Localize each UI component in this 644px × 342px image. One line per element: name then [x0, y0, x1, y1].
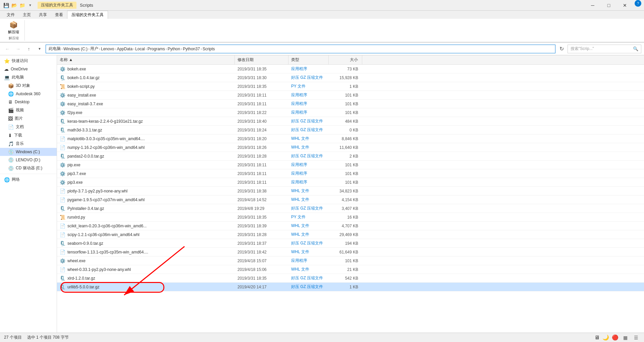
table-row[interactable]: 📄matplotlib-3.0.3-cp35-cp35m-win_amd64..… — [57, 134, 644, 143]
search-icon[interactable]: 🔍 — [633, 46, 638, 51]
pictures-icon: 🖼 — [8, 116, 13, 121]
window-controls: ─ □ ✕ ? — [585, 0, 641, 11]
table-row[interactable]: 📜bokeh-script.py 2019/3/31 18:35 PY 文件 1… — [57, 82, 644, 91]
sidebar-item-cd-drive[interactable]: 💿 CD 驱动器 (E:) — [0, 164, 57, 172]
sidebar-item-documents[interactable]: 📄 文档 — [0, 123, 57, 131]
up-button[interactable]: ↑ — [24, 44, 34, 54]
path-python[interactable]: Python — [168, 47, 180, 51]
path-computer[interactable]: 此电脑 — [49, 46, 61, 52]
table-row[interactable]: 📄scipy-1.2.1-cp36-cp36m-win_amd64.whl 20… — [57, 230, 644, 239]
sidebar-item-video[interactable]: 🎬 视频 — [0, 106, 57, 114]
gz-icon: 🗜️ — [60, 154, 65, 159]
col-header-type[interactable]: 类型 — [288, 55, 329, 64]
path-appdata[interactable]: AppData — [117, 47, 132, 51]
large-icons-button[interactable]: ▦ — [621, 334, 629, 342]
table-row[interactable]: 🗜️PyInstaller-3.4.tar.gz 2019/4/8 19:29 … — [57, 204, 644, 213]
sidebar-item-desktop[interactable]: 🖥 Desktop — [0, 98, 57, 106]
table-row[interactable]: ⚙️easy_install-3.7.exe 2019/3/31 18:11 应… — [57, 100, 644, 108]
table-row[interactable]: ⚙️bokeh.exe 2019/3/31 18:35 应用程序 73 KB — [57, 65, 644, 73]
table-row[interactable]: 🗜️bokeh-1.0.4.tar.gz 2019/3/31 18:30 好压 … — [57, 73, 644, 82]
ribbon-content: 📦 解压缩 解压缩 — [0, 19, 644, 42]
path-drive[interactable]: Windows (C:) — [63, 47, 88, 51]
table-row[interactable]: ⚙️pip.exe 2019/3/31 18:11 应用程序 101 KB — [57, 161, 644, 169]
sidebar-label-desktop: Desktop — [15, 100, 30, 104]
path-local[interactable]: Local — [135, 47, 145, 51]
refresh-button[interactable]: ↻ — [557, 44, 566, 54]
gz-icon: 🗜️ — [60, 276, 65, 281]
table-row[interactable]: 📄wheel-0.33.1-py2.py3-none-any.whl 2019/… — [57, 265, 644, 274]
sidebar-label-network: 网络 — [12, 177, 20, 182]
sidebar-divider — [0, 174, 57, 174]
selected-info: 选中 1 个项目 708 字节 — [27, 335, 69, 340]
table-row[interactable]: ⚙️pip3.7.exe 2019/3/31 18:11 应用程序 101 KB — [57, 169, 644, 178]
path-python37[interactable]: Python37 — [183, 47, 200, 51]
table-row[interactable]: 📄tensorflow-1.13.1-cp35-cp35m-win_amd64.… — [57, 248, 644, 256]
table-row[interactable]: 📄scikit_learn-0.20.3-cp36-cp36m-win_amd6… — [57, 222, 644, 230]
recent-locations-button[interactable]: ▼ — [35, 44, 44, 54]
table-row[interactable]: 🗜️seaborn-0.9.0.tar.gz 2019/3/31 18:37 好… — [57, 239, 644, 248]
sidebar-item-music[interactable]: 🎵 音乐 — [0, 139, 57, 148]
exe-icon: ⚙️ — [60, 180, 65, 185]
table-row[interactable]: 📄numpy-1.16.2-cp36-cp36m-win_amd64.whl 2… — [57, 143, 644, 152]
address-path[interactable]: 此电脑 › Windows (C:) › 用户 › Lenovo › AppDa… — [46, 45, 555, 53]
ribbon-tabs: 文件 主页 共享 查看 压缩的文件夹工具 — [0, 11, 644, 19]
help-button[interactable]: ? — [635, 0, 641, 7]
cloud-icon: ☁ — [4, 66, 9, 72]
file-list-header: 名称 ▲ 修改日期 类型 大小 — [57, 55, 644, 65]
open-icon: 📂 — [11, 2, 17, 9]
sidebar-item-onedrive[interactable]: ☁ OneDrive — [0, 65, 57, 73]
sidebar-label-cd-drive: CD 驱动器 (E:) — [16, 165, 42, 171]
table-row[interactable]: 📄plotly-3.7.1-py2.py3-none-any.whl 2019/… — [57, 187, 644, 195]
table-row[interactable]: ⚙️pip3.exe 2019/3/31 18:11 应用程序 101 KB — [57, 178, 644, 187]
minimize-button[interactable]: ─ — [585, 0, 600, 11]
sidebar-item-pictures[interactable]: 🖼 图片 — [0, 114, 57, 123]
whl-icon: 📄 — [60, 136, 65, 141]
table-row[interactable]: 🗜️keras-team-keras-2.2.4-0-g1931e21.tar.… — [57, 117, 644, 126]
table-row[interactable]: ⚙️wheel.exe 2019/4/18 15:07 应用程序 101 KB — [57, 256, 644, 265]
table-row[interactable]: 📜runxlrd.py 2019/3/31 18:35 PY 文件 16 KB — [57, 213, 644, 222]
col-header-date[interactable]: 修改日期 — [235, 55, 288, 64]
table-row[interactable]: 📄pygame-1.9.5-cp37-cp37m-win_amd64.whl 2… — [57, 195, 644, 204]
table-row[interactable]: 🗜️xlrd-1.2.0.tar.gz 2019/3/31 18:35 好压 G… — [57, 274, 644, 283]
tray-icon-1: 🖥 — [594, 335, 600, 341]
sidebar-item-downloads[interactable]: ⬇ 下载 — [0, 131, 57, 139]
tab-home[interactable]: 主页 — [19, 11, 35, 19]
table-row-urllib5[interactable]: 🗜️ urllib5-5.0.0.tar.gz 2019/4/20 14:17 … — [57, 283, 644, 291]
exe-icon: ⚙️ — [60, 66, 65, 72]
extract-button[interactable]: 📦 解压缩 — [5, 20, 22, 35]
col-header-name[interactable]: 名称 ▲ — [57, 55, 235, 64]
compress-tools-tab[interactable]: 压缩的文件夹工具 — [38, 2, 76, 9]
tray-icon-2: 🌙 — [602, 334, 609, 341]
network-icon: 🌐 — [4, 177, 10, 182]
details-button[interactable]: ☰ — [632, 334, 640, 342]
table-row[interactable]: 🗜️math3d-3.3.1.tar.gz 2019/3/31 18:24 好压… — [57, 126, 644, 134]
sidebar-item-lenovo-d[interactable]: 💿 LENOVO (D:) — [0, 156, 57, 164]
path-users[interactable]: 用户 — [90, 46, 98, 52]
sidebar-item-windows-c[interactable]: 💿 Windows (C:) — [0, 148, 57, 156]
tab-compress[interactable]: 压缩的文件夹工具 — [67, 11, 108, 19]
forward-button[interactable]: → — [13, 44, 23, 54]
title-bar: 💾 📂 📁 ▼ 压缩的文件夹工具 Scripts ─ □ ✕ ? — [0, 0, 644, 11]
table-row[interactable]: 🗜️pandas2-0.0.0.tar.gz 2019/3/31 18:28 好… — [57, 152, 644, 161]
path-scripts[interactable]: Scripts — [203, 47, 215, 51]
tab-share[interactable]: 共享 — [35, 11, 51, 19]
table-row[interactable]: ⚙️f2py.exe 2019/3/31 18:22 应用程序 101 KB — [57, 108, 644, 117]
col-header-size[interactable]: 大小 — [329, 55, 362, 64]
tab-file[interactable]: 文件 — [3, 11, 19, 19]
sidebar-item-network[interactable]: 🌐 网络 — [0, 175, 57, 184]
table-row[interactable]: ⚙️easy_install.exe 2019/3/31 18:11 应用程序 … — [57, 91, 644, 100]
sidebar-item-quick-access[interactable]: ⭐ 快速访问 — [0, 57, 57, 65]
tab-view[interactable]: 查看 — [51, 11, 67, 19]
search-box[interactable]: 搜索"Scrip..." 🔍 — [568, 45, 641, 53]
sidebar-item-this-pc[interactable]: 💻 此电脑 — [0, 73, 57, 81]
sidebar-label-windows-c: Windows (C:) — [16, 150, 40, 154]
sidebar-item-3d[interactable]: 📦 3D 对象 — [0, 81, 57, 90]
back-button[interactable]: ← — [3, 44, 12, 54]
dropdown-icon[interactable]: ▼ — [27, 2, 34, 9]
maximize-button[interactable]: □ — [601, 0, 616, 11]
sidebar-item-autodesk[interactable]: 🌐 Autodesk 360 — [0, 90, 57, 98]
path-lenovo[interactable]: Lenovo — [101, 47, 114, 51]
close-button[interactable]: ✕ — [617, 0, 633, 11]
path-programs[interactable]: Programs — [148, 47, 165, 51]
sidebar-label-video: 视频 — [16, 107, 24, 113]
